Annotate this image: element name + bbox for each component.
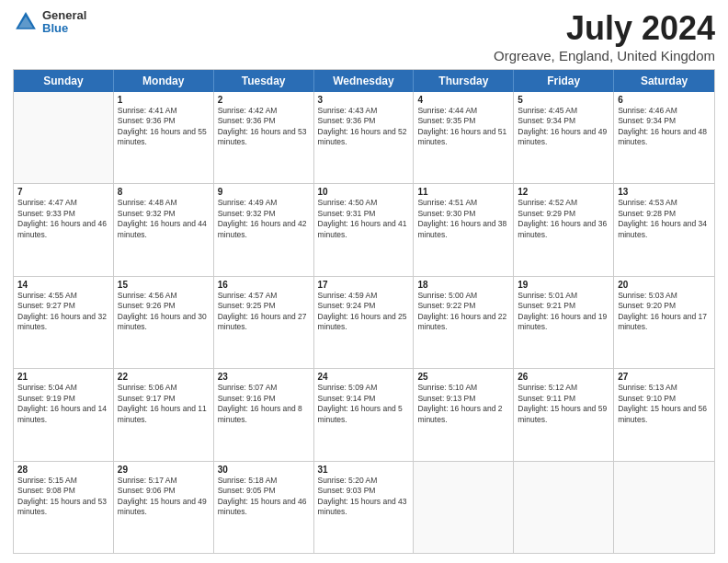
sunset-text: Sunset: 9:13 PM	[417, 394, 509, 404]
daylight-text: Daylight: 16 hours and 42 minutes.	[218, 219, 310, 240]
header: General Blue July 2024 Orgreave, England…	[13, 9, 715, 63]
calendar-cell-28: 28Sunrise: 5:15 AMSunset: 9:08 PMDayligh…	[14, 462, 114, 553]
logo-blue-text: Blue	[42, 22, 86, 35]
sunset-text: Sunset: 9:11 PM	[518, 394, 609, 404]
sunrise-text: Sunrise: 4:48 AM	[118, 198, 210, 208]
calendar-cell-empty	[514, 462, 614, 553]
daylight-text: Daylight: 15 hours and 56 minutes.	[618, 404, 711, 425]
daylight-text: Daylight: 15 hours and 46 minutes.	[218, 497, 310, 518]
day-number: 22	[118, 372, 210, 382]
daylight-text: Daylight: 16 hours and 25 minutes.	[318, 312, 410, 333]
day-number: 13	[618, 187, 711, 197]
calendar-cell-22: 22Sunrise: 5:06 AMSunset: 9:17 PMDayligh…	[114, 369, 214, 460]
weekday-header-monday: Monday	[114, 70, 214, 92]
day-number: 21	[17, 372, 109, 382]
calendar-row-4: 28Sunrise: 5:15 AMSunset: 9:08 PMDayligh…	[14, 462, 714, 553]
sunrise-text: Sunrise: 5:09 AM	[318, 383, 410, 393]
sunrise-text: Sunrise: 4:57 AM	[218, 291, 310, 301]
day-number: 31	[318, 465, 410, 475]
sunrise-text: Sunrise: 5:07 AM	[218, 383, 310, 393]
calendar-cell-19: 19Sunrise: 5:01 AMSunset: 9:21 PMDayligh…	[514, 277, 614, 368]
sunrise-text: Sunrise: 4:55 AM	[17, 291, 109, 301]
calendar-cell-18: 18Sunrise: 5:00 AMSunset: 9:22 PMDayligh…	[414, 277, 514, 368]
calendar-body: 1Sunrise: 4:41 AMSunset: 9:36 PMDaylight…	[14, 92, 714, 553]
calendar-cell-15: 15Sunrise: 4:56 AMSunset: 9:26 PMDayligh…	[114, 277, 214, 368]
calendar-cell-empty	[414, 462, 514, 553]
sunrise-text: Sunrise: 4:43 AM	[318, 106, 410, 116]
daylight-text: Daylight: 16 hours and 30 minutes.	[118, 312, 210, 333]
sunset-text: Sunset: 9:36 PM	[318, 116, 410, 126]
day-number: 26	[518, 372, 609, 382]
sunrise-text: Sunrise: 4:47 AM	[17, 198, 109, 208]
calendar-cell-2: 2Sunrise: 4:42 AMSunset: 9:36 PMDaylight…	[214, 92, 314, 183]
weekday-header-thursday: Thursday	[414, 70, 514, 92]
sunset-text: Sunset: 9:20 PM	[618, 301, 711, 311]
day-number: 12	[518, 187, 609, 197]
sunset-text: Sunset: 9:29 PM	[518, 209, 609, 219]
sunset-text: Sunset: 9:16 PM	[218, 394, 310, 404]
sunrise-text: Sunrise: 4:44 AM	[417, 106, 509, 116]
calendar-cell-21: 21Sunrise: 5:04 AMSunset: 9:19 PMDayligh…	[14, 369, 114, 460]
sunset-text: Sunset: 9:17 PM	[118, 394, 210, 404]
sunrise-text: Sunrise: 5:10 AM	[417, 383, 509, 393]
sunrise-text: Sunrise: 4:49 AM	[218, 198, 310, 208]
daylight-text: Daylight: 16 hours and 17 minutes.	[618, 312, 711, 333]
sunset-text: Sunset: 9:31 PM	[318, 209, 410, 219]
calendar-cell-5: 5Sunrise: 4:45 AMSunset: 9:34 PMDaylight…	[514, 92, 614, 183]
calendar-cell-25: 25Sunrise: 5:10 AMSunset: 9:13 PMDayligh…	[414, 369, 514, 460]
daylight-text: Daylight: 16 hours and 53 minutes.	[218, 127, 310, 148]
sunset-text: Sunset: 9:33 PM	[17, 209, 109, 219]
day-number: 6	[618, 95, 711, 105]
logo: General Blue	[13, 9, 86, 36]
calendar-row-1: 7Sunrise: 4:47 AMSunset: 9:33 PMDaylight…	[14, 184, 714, 276]
sunrise-text: Sunrise: 4:59 AM	[318, 291, 410, 301]
calendar-cell-empty	[614, 462, 714, 553]
calendar-cell-empty	[14, 92, 114, 183]
calendar-cell-26: 26Sunrise: 5:12 AMSunset: 9:11 PMDayligh…	[514, 369, 614, 460]
daylight-text: Daylight: 16 hours and 55 minutes.	[118, 127, 210, 148]
sunrise-text: Sunrise: 5:15 AM	[17, 476, 109, 486]
sunset-text: Sunset: 9:26 PM	[118, 301, 210, 311]
daylight-text: Daylight: 16 hours and 44 minutes.	[118, 219, 210, 240]
day-number: 8	[118, 187, 210, 197]
subtitle: Orgreave, England, United Kingdom	[494, 48, 715, 63]
sunset-text: Sunset: 9:05 PM	[218, 486, 310, 496]
daylight-text: Daylight: 16 hours and 5 minutes.	[318, 404, 410, 425]
logo-text: General Blue	[42, 9, 86, 36]
sunrise-text: Sunrise: 4:42 AM	[218, 106, 310, 116]
daylight-text: Daylight: 16 hours and 46 minutes.	[17, 219, 109, 240]
sunrise-text: Sunrise: 5:03 AM	[618, 291, 711, 301]
logo-icon	[13, 9, 39, 35]
calendar: SundayMondayTuesdayWednesdayThursdayFrid…	[13, 69, 715, 554]
calendar-cell-31: 31Sunrise: 5:20 AMSunset: 9:03 PMDayligh…	[314, 462, 415, 553]
daylight-text: Daylight: 16 hours and 32 minutes.	[17, 312, 109, 333]
sunrise-text: Sunrise: 5:12 AM	[518, 383, 609, 393]
daylight-text: Daylight: 16 hours and 34 minutes.	[618, 219, 711, 240]
daylight-text: Daylight: 15 hours and 59 minutes.	[518, 404, 609, 425]
sunset-text: Sunset: 9:34 PM	[618, 116, 711, 126]
sunset-text: Sunset: 9:24 PM	[318, 301, 410, 311]
daylight-text: Daylight: 16 hours and 8 minutes.	[218, 404, 310, 425]
day-number: 14	[17, 280, 109, 290]
sunset-text: Sunset: 9:10 PM	[618, 394, 711, 404]
sunset-text: Sunset: 9:22 PM	[417, 301, 509, 311]
weekday-header-saturday: Saturday	[614, 70, 714, 92]
sunrise-text: Sunrise: 4:46 AM	[618, 106, 711, 116]
sunrise-text: Sunrise: 4:52 AM	[518, 198, 609, 208]
day-number: 23	[218, 372, 310, 382]
calendar-cell-27: 27Sunrise: 5:13 AMSunset: 9:10 PMDayligh…	[614, 369, 714, 460]
sunrise-text: Sunrise: 5:01 AM	[518, 291, 609, 301]
sunrise-text: Sunrise: 4:53 AM	[618, 198, 711, 208]
day-number: 30	[218, 465, 310, 475]
calendar-cell-30: 30Sunrise: 5:18 AMSunset: 9:05 PMDayligh…	[214, 462, 314, 553]
sunset-text: Sunset: 9:32 PM	[218, 209, 310, 219]
daylight-text: Daylight: 15 hours and 53 minutes.	[17, 497, 109, 518]
title-block: July 2024 Orgreave, England, United King…	[494, 9, 715, 63]
sunrise-text: Sunrise: 4:56 AM	[118, 291, 210, 301]
daylight-text: Daylight: 16 hours and 19 minutes.	[518, 312, 609, 333]
sunrise-text: Sunrise: 4:41 AM	[118, 106, 210, 116]
day-number: 27	[618, 372, 711, 382]
day-number: 20	[618, 280, 711, 290]
daylight-text: Daylight: 16 hours and 36 minutes.	[518, 219, 609, 240]
sunset-text: Sunset: 9:27 PM	[17, 301, 109, 311]
